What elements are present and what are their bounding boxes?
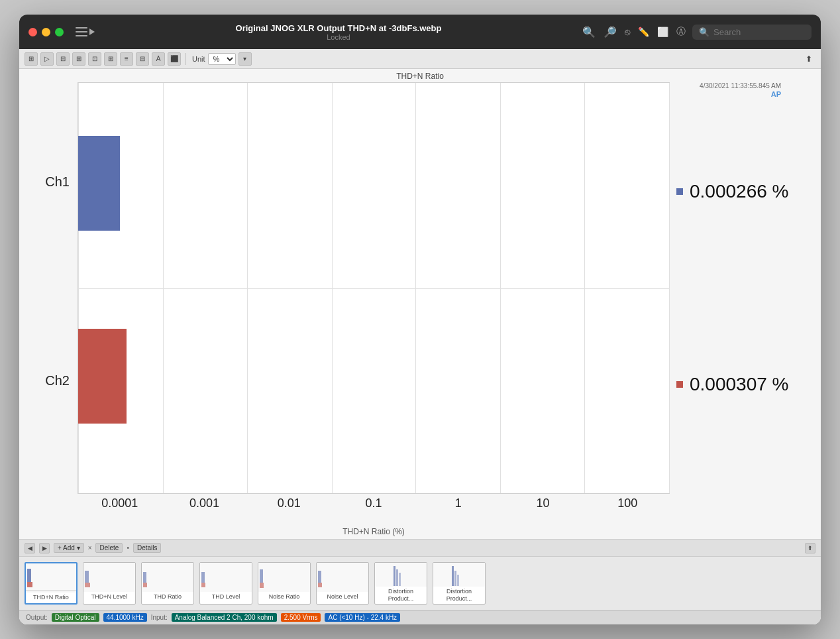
window-subtitle: Locked xyxy=(327,33,350,41)
minimize-button[interactable] xyxy=(42,28,50,36)
x-label-6: 100 xyxy=(585,496,670,510)
chart-area: Ch1 Ch2 xyxy=(25,82,815,494)
thumbnail-chart-3 xyxy=(200,563,252,592)
legend-dot-ch1 xyxy=(676,188,683,195)
svg-rect-4 xyxy=(27,569,31,582)
svg-rect-14 xyxy=(260,583,264,588)
thumbnail-noise-ratio[interactable]: Noise Ratio xyxy=(258,562,311,605)
input-label: Input: xyxy=(151,614,168,621)
thumbnail-thd-level[interactable]: THD Level xyxy=(199,562,252,605)
main-window: Original JNOG XLR Output THD+N at -3dbFs… xyxy=(19,15,821,624)
x-label-0: 0.0001 xyxy=(78,496,162,510)
expand-icon[interactable]: ⬜ xyxy=(657,27,668,37)
x-label-1: 0.001 xyxy=(162,496,247,510)
toolbar-btn-10[interactable]: ⬛ xyxy=(168,52,181,66)
thumbnail-chart-0 xyxy=(26,563,76,593)
toolbar-btn-1[interactable]: ⊞ xyxy=(25,52,38,66)
zoom-out-icon[interactable]: 🔎 xyxy=(604,26,617,38)
toolbar: ⊞ ▷ ⊟ ⊞ ⊡ ⊞ ≡ ⊟ A ⬛ Unit % dB ▾ ⬆ xyxy=(19,49,821,69)
grid-line-h-mid xyxy=(78,288,669,289)
search-box[interactable]: 🔍 xyxy=(692,25,812,40)
toolbar-btn-7[interactable]: ≡ xyxy=(120,52,133,66)
thumbnail-chart-5 xyxy=(317,563,368,592)
svg-marker-3 xyxy=(89,29,95,35)
grid-line-v5 xyxy=(500,83,501,493)
thumbnail-label-5: Noise Level xyxy=(325,592,359,602)
delete-separator: × xyxy=(88,544,92,552)
thumbnail-label-6: Distortion Product... xyxy=(375,587,427,604)
svg-rect-12 xyxy=(201,583,205,587)
toolbar-btn-9[interactable]: A xyxy=(152,52,165,66)
chart-y-labels: Ch1 Ch2 xyxy=(25,82,78,494)
chart-plot xyxy=(78,82,670,494)
toolbar-btn-6[interactable]: ⊞ xyxy=(104,52,117,66)
svg-rect-18 xyxy=(396,569,398,586)
grid-line-v3 xyxy=(332,83,333,493)
settings-icon[interactable]: Ⓐ xyxy=(676,26,686,38)
thumbnail-chart-6 xyxy=(375,563,427,587)
unit-label: Unit xyxy=(192,55,205,63)
thumbnail-chart-1 xyxy=(83,563,135,592)
bottom-next-btn[interactable]: ▶ xyxy=(39,543,50,553)
svg-rect-1 xyxy=(76,31,87,32)
toolbar-btn-5[interactable]: ⊡ xyxy=(88,52,101,66)
status-bar: Output: Digital Optical 44.1000 kHz Inpu… xyxy=(19,610,821,624)
add-button[interactable]: + Add ▾ xyxy=(54,543,84,553)
svg-rect-2 xyxy=(76,35,87,36)
search-input[interactable] xyxy=(713,27,805,37)
toolbar-dot: • xyxy=(127,544,129,552)
thumbnail-thd-ratio[interactable]: THD Ratio xyxy=(141,562,194,605)
thumbnail-thdn-level[interactable]: THD+N Level xyxy=(83,562,136,605)
toolbar-dropdown-btn[interactable]: ▾ xyxy=(238,52,252,66)
chart-x-axis: 0.0001 0.001 0.01 0.1 1 10 100 xyxy=(78,494,670,527)
main-content: THD+N Ratio 4/30/2021 11:33:55.845 AM AP… xyxy=(19,69,821,624)
unit-select[interactable]: % dB xyxy=(208,53,236,65)
svg-rect-21 xyxy=(454,571,456,586)
input-badge-vrms: 2.500 Vrms xyxy=(281,613,321,622)
toolbar-btn-2[interactable]: ▷ xyxy=(40,52,54,66)
details-button[interactable]: Details xyxy=(133,543,162,553)
bottom-prev-btn[interactable]: ◀ xyxy=(25,543,35,553)
fullscreen-button[interactable] xyxy=(55,28,64,36)
output-badge-digital: Digital Optical xyxy=(52,613,99,622)
input-badge-analog: Analog Balanced 2 Ch, 200 kohm xyxy=(172,613,277,622)
svg-rect-20 xyxy=(452,566,454,586)
svg-rect-9 xyxy=(143,572,146,583)
legend-ch2: 0.000307 % xyxy=(676,374,809,395)
edit-icon[interactable]: ✏️ xyxy=(638,27,649,37)
toolbar-btn-3[interactable]: ⊟ xyxy=(56,52,70,66)
legend-value-ch1: 0.000266 % xyxy=(690,181,788,202)
thumbnail-chart-7 xyxy=(433,563,485,587)
close-button[interactable] xyxy=(28,28,37,36)
bottom-toolbar: ◀ ▶ + Add ▾ × Delete • Details ⬆ xyxy=(19,540,821,557)
svg-rect-16 xyxy=(318,583,322,587)
export-button[interactable]: ⬆ xyxy=(802,52,815,66)
legend-ch1: 0.000266 % xyxy=(676,181,809,202)
zoom-in-icon[interactable]: 🔍 xyxy=(582,26,596,38)
svg-rect-17 xyxy=(394,566,395,586)
x-axis-title: THD+N Ratio (%) xyxy=(78,527,670,536)
svg-rect-11 xyxy=(201,572,205,583)
thumbnail-noise-level[interactable]: Noise Level xyxy=(316,562,369,605)
bottom-thumbnails: THD+N Ratio THD+N Level xyxy=(19,557,821,610)
toolbar-btn-8[interactable]: ⊟ xyxy=(136,52,149,66)
thumbnail-distortion-1[interactable]: Distortion Product... xyxy=(374,562,427,605)
thumbnail-distortion-2[interactable]: Distortion Product... xyxy=(433,562,486,605)
bottom-export-btn[interactable]: ⬆ xyxy=(805,543,815,553)
svg-rect-15 xyxy=(318,571,321,583)
chart-title: THD+N Ratio xyxy=(25,72,815,81)
grid-line-v1 xyxy=(163,83,164,493)
sidebar-toggle-button[interactable] xyxy=(76,27,95,36)
share-icon[interactable]: ⎋ xyxy=(625,27,630,37)
traffic-lights xyxy=(28,28,64,36)
thumbnail-label-7: Distortion Product... xyxy=(433,587,485,604)
svg-rect-0 xyxy=(76,27,87,29)
toolbar-btn-4[interactable]: ⊞ xyxy=(72,52,85,66)
thumbnail-thdn-ratio[interactable]: THD+N Ratio xyxy=(25,562,78,605)
x-label-3: 0.1 xyxy=(331,496,416,510)
svg-rect-5 xyxy=(27,582,32,587)
x-label-4: 1 xyxy=(416,496,501,510)
ch2-label: Ch2 xyxy=(25,373,78,388)
delete-button[interactable]: Delete xyxy=(95,543,123,553)
x-label-2: 0.01 xyxy=(246,496,331,510)
